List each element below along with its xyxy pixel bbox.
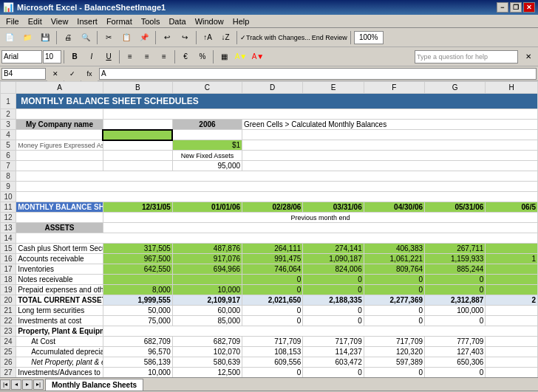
zoom-box[interactable]: 100% — [354, 31, 384, 44]
cell-a6[interactable] — [16, 151, 103, 161]
confirm-formula-button[interactable]: ✓ — [64, 66, 81, 81]
percent-button[interactable]: % — [194, 49, 211, 64]
title-cell[interactable]: MONTHLY BALANCE SHEET SCHEDULES — [16, 94, 538, 109]
table-row: 10 — [1, 192, 538, 202]
cell-b5[interactable] — [103, 140, 172, 151]
table-row: 26 Net Property, plant & equipment 586,1… — [1, 357, 538, 368]
close-button[interactable]: ✕ — [523, 2, 535, 13]
table-row: 20 TOTAL CURRENT ASSETS 1,999,555 2,109,… — [1, 295, 538, 306]
bold-button[interactable]: B — [67, 49, 83, 64]
separator-5 — [236, 31, 237, 44]
cut-button[interactable]: ✂ — [101, 30, 117, 45]
font-color-button[interactable]: A▼ — [250, 49, 266, 64]
fill-color-button[interactable]: A▼ — [233, 49, 249, 64]
help-close-button[interactable]: ✕ — [520, 49, 537, 64]
copy-button[interactable]: 📋 — [118, 30, 134, 45]
menu-edit[interactable]: Edit — [24, 15, 47, 27]
sort-asc-button[interactable]: ↑A — [200, 30, 216, 45]
minimize-button[interactable]: − — [497, 2, 508, 13]
row-num-14: 14 — [1, 233, 16, 244]
menu-insert[interactable]: Insert — [72, 15, 102, 27]
menu-help[interactable]: Help — [228, 15, 254, 27]
preview-button[interactable]: 🔍 — [78, 30, 94, 45]
col-header-f[interactable]: F — [364, 82, 424, 94]
date-col-c: 01/01/06 — [172, 202, 242, 213]
table-row: 19 Prepaid expenses and other current as… — [1, 285, 538, 295]
row-num-12: 12 — [1, 213, 16, 223]
borders-button[interactable]: ▦ — [216, 49, 232, 64]
redo-button[interactable]: ↪ — [177, 30, 193, 45]
toolbar-formatting: Arial 10 B I U ≡ ≡ ≡ € % ▦ A▼ A▼ Type a … — [0, 47, 538, 66]
save-button[interactable]: 💾 — [37, 30, 53, 45]
cancel-formula-button[interactable]: ✕ — [47, 66, 64, 81]
name-box[interactable]: B4 — [1, 68, 46, 80]
print-button[interactable]: 🖨 — [60, 30, 76, 45]
cell-b6[interactable] — [103, 151, 172, 161]
align-right-button[interactable]: ≡ — [156, 49, 172, 64]
corner-header — [1, 82, 16, 94]
cell-b2 — [103, 109, 537, 120]
company-label[interactable]: My Company name — [16, 120, 103, 130]
table-row: 5 Money Figures Expressed As > $1 — [1, 140, 538, 151]
row-num-7: 7 — [1, 161, 16, 171]
year-cell[interactable]: 2006 — [172, 120, 242, 130]
col-header-e[interactable]: E — [303, 82, 364, 94]
money-figures-value[interactable]: $1 — [172, 140, 242, 151]
cell-a2[interactable] — [16, 109, 103, 120]
col-header-b[interactable]: B — [103, 82, 172, 94]
row-num-13: 13 — [1, 223, 16, 233]
cell-a7[interactable] — [16, 161, 103, 171]
col-header-c[interactable]: C — [172, 82, 242, 94]
new-fixed-assets-label: New Fixed Assets — [172, 151, 242, 161]
sheet-tab-monthly[interactable]: Monthly Balance Sheets — [45, 379, 143, 391]
date-col-h: 06/5 — [486, 202, 538, 213]
underline-button[interactable]: U — [101, 49, 117, 64]
col-header-d[interactable]: D — [242, 82, 303, 94]
cell-b4[interactable] — [103, 130, 172, 140]
menu-view[interactable]: View — [47, 15, 73, 27]
tab-next-button[interactable]: ▸ — [22, 379, 33, 390]
insert-function-button[interactable]: fx — [81, 66, 98, 81]
col-header-g[interactable]: G — [425, 82, 486, 94]
sheet-tab-area: |◂ ◂ ▸ ▸| Monthly Balance Sheets — [0, 377, 538, 391]
currency-button[interactable]: € — [177, 49, 194, 64]
tab-last-button[interactable]: ▸| — [33, 379, 44, 390]
menu-window[interactable]: Window — [191, 15, 228, 27]
money-figures-label: Money Figures Expressed As > — [16, 140, 103, 151]
cell-b3[interactable] — [103, 120, 172, 130]
tab-first-button[interactable]: |◂ — [0, 379, 10, 390]
open-button[interactable]: 📁 — [19, 30, 35, 45]
formula-buttons: ✕ ✓ fx — [47, 66, 98, 81]
ask-question-box[interactable]: Type a question for help — [415, 50, 518, 63]
formula-bar: B4 ✕ ✓ fx A — [0, 66, 538, 81]
menu-data[interactable]: Data — [164, 15, 190, 27]
font-selector[interactable]: Arial — [1, 50, 42, 63]
align-center-button[interactable]: ≡ — [139, 49, 155, 64]
cell-c4[interactable] — [172, 130, 242, 140]
tab-prev-button[interactable]: ◂ — [11, 379, 21, 390]
end-review-label: End Review — [312, 34, 347, 41]
row-num-5: 5 — [1, 140, 16, 151]
menu-file[interactable]: File — [1, 15, 24, 27]
title-bar-icon: 📊 Microsoft Excel - BalanceSheetImage1 — [3, 2, 166, 13]
new-fixed-assets-value[interactable]: 95,000 — [172, 161, 242, 171]
col-header-a[interactable]: A — [16, 82, 103, 94]
new-button[interactable]: 📄 — [1, 30, 18, 45]
spreadsheet-table: A B C D E F G H 1 MONTHLY BALANCE SHEET … — [0, 81, 538, 377]
table-row: 15 Cash plus Short term Securities 317,5… — [1, 244, 538, 254]
col-header-h[interactable]: H — [486, 82, 538, 94]
menu-format[interactable]: Format — [102, 15, 137, 27]
align-left-button[interactable]: ≡ — [122, 49, 138, 64]
paste-button[interactable]: 📌 — [136, 30, 152, 45]
maximize-button[interactable]: ❐ — [510, 2, 522, 13]
cell-b7[interactable] — [103, 161, 172, 171]
table-row: 27 Investments/Advances to subsidiaries … — [1, 368, 538, 378]
cell-a4[interactable] — [16, 130, 103, 140]
undo-button[interactable]: ↩ — [159, 30, 175, 45]
menu-tools[interactable]: Tools — [137, 15, 165, 27]
formula-input[interactable]: A — [99, 68, 537, 80]
font-size-selector[interactable]: 10 — [43, 50, 61, 63]
italic-button[interactable]: I — [84, 49, 100, 64]
sort-desc-button[interactable]: ↓Z — [217, 30, 234, 45]
table-row: 8 — [1, 171, 538, 182]
